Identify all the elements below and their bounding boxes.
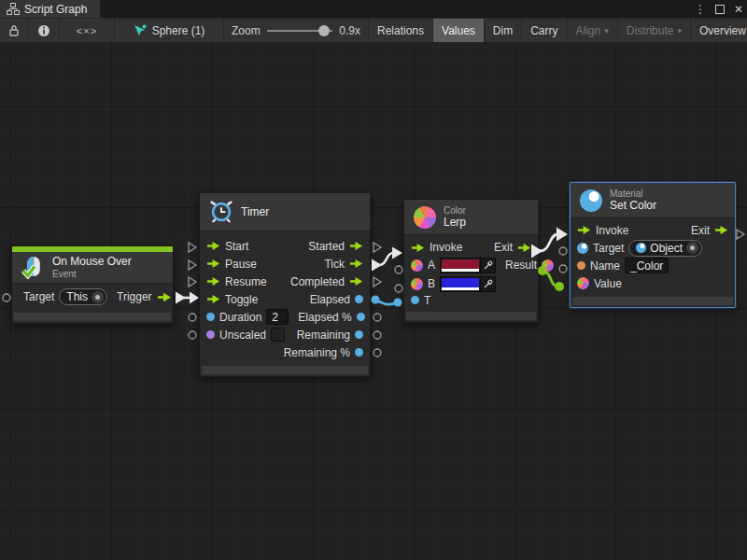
- graph-canvas[interactable]: On Mouse Over Event Target This Trigger: [0, 42, 747, 560]
- lerp-b-row: B: [404, 274, 538, 293]
- node-footer: [14, 313, 171, 321]
- flow-arrow-icon: [206, 241, 220, 251]
- node-on-mouse-over[interactable]: On Mouse Over Event Target This Trigger: [11, 245, 174, 324]
- timer-resume-port[interactable]: [189, 277, 196, 287]
- node-set-color[interactable]: Material Set Color Invoke Exit Target Ob…: [570, 182, 736, 308]
- node-footer: [572, 297, 733, 305]
- name-input[interactable]: _Color: [625, 258, 669, 273]
- color-b-field[interactable]: [440, 276, 496, 292]
- timer-started-port[interactable]: [374, 243, 381, 252]
- node-title: On Mouse Over: [52, 256, 132, 269]
- value-port-icon: [355, 348, 363, 357]
- duration-input[interactable]: 2: [266, 309, 289, 325]
- lock-button[interactable]: [0, 19, 29, 42]
- chevron-down-icon: ▾: [604, 26, 609, 35]
- unscaled-checkbox[interactable]: [271, 328, 285, 342]
- toolbar-buttons: Relations Values Dim Carry Align▾ Distri…: [369, 19, 747, 42]
- zoom-slider[interactable]: [267, 30, 333, 32]
- zoom-slider-handle[interactable]: [318, 25, 330, 36]
- event-target-input-port[interactable]: [3, 294, 10, 301]
- timer-pause-port[interactable]: [189, 260, 196, 270]
- value-port-icon: [355, 330, 363, 339]
- node-timer[interactable]: Timer Start Started Pause Tick Resum: [199, 192, 371, 377]
- flow-arrow-icon: [206, 259, 220, 269]
- node-title: Set Color: [610, 200, 656, 213]
- timer-completed-port[interactable]: [374, 277, 381, 287]
- info-button[interactable]: [29, 19, 60, 42]
- timer-clock-icon: [209, 200, 233, 224]
- code-toggle-label: <×>: [77, 25, 97, 36]
- color-wheel-icon: [414, 206, 436, 229]
- window-menu-button[interactable]: ⋮: [695, 3, 706, 16]
- lerp-a-port[interactable]: [395, 266, 402, 273]
- timer-row-duration: Duration 2 Elapsed %: [200, 308, 370, 326]
- timer-row-pause: Pause Tick: [200, 255, 370, 273]
- node-header: Color Lerp: [404, 200, 538, 235]
- wire-trigger-to-toggle[interactable]: [176, 292, 199, 304]
- target-label: Target: [23, 290, 54, 303]
- maximize-button[interactable]: [715, 5, 725, 14]
- event-target-row: Target This Trigger: [12, 287, 173, 307]
- flow-arrow-icon: [517, 243, 531, 253]
- flow-arrow-icon: [349, 259, 363, 269]
- object-picker-icon[interactable]: [92, 291, 104, 303]
- align-button[interactable]: Align▾: [568, 19, 618, 42]
- trigger-label: Trigger: [117, 290, 152, 303]
- setcolor-target-row: Target Object: [571, 239, 735, 257]
- target-object-pill[interactable]: Object: [628, 240, 702, 257]
- lerp-b-port[interactable]: [395, 285, 402, 292]
- timer-remaining-pct-port[interactable]: [374, 349, 381, 357]
- selection-indicator[interactable]: Sphere (1): [115, 19, 224, 42]
- code-toggle-button[interactable]: <×>: [60, 19, 115, 42]
- target-this-pill[interactable]: This: [59, 288, 107, 305]
- chevron-down-icon: ▾: [677, 26, 682, 35]
- color-port-icon: [577, 277, 589, 289]
- overview-button[interactable]: Overview: [691, 19, 747, 42]
- flow-arrow-icon: [411, 243, 425, 253]
- timer-row-remaining-pct: Remaining %: [200, 343, 370, 361]
- node-header: On Mouse Over Event: [12, 252, 173, 284]
- info-icon: [37, 24, 50, 37]
- color-a-field[interactable]: [440, 258, 496, 273]
- timer-remaining-port[interactable]: [374, 331, 381, 339]
- relations-button[interactable]: Relations: [369, 19, 433, 42]
- graph-pointer-icon: [134, 24, 147, 37]
- distribute-button[interactable]: Distribute▾: [618, 19, 691, 42]
- timer-unscaled-port[interactable]: [189, 331, 196, 339]
- tab-script-graph[interactable]: Script Graph: [0, 0, 100, 18]
- node-category: Material: [610, 189, 656, 200]
- close-button[interactable]: ✕: [734, 3, 743, 16]
- node-subtitle: Event: [52, 269, 132, 280]
- timer-duration-port[interactable]: [189, 314, 196, 321]
- titlebar: Script Graph ⋮ ✕: [0, 0, 747, 18]
- node-category: Color: [444, 205, 466, 217]
- value-port-icon: [355, 295, 363, 303]
- node-title: Timer: [241, 205, 269, 218]
- values-button[interactable]: Values: [433, 19, 485, 42]
- setcolor-value-row: Value: [571, 274, 735, 292]
- node-title: Lerp: [444, 217, 466, 230]
- object-picker-icon[interactable]: [686, 242, 698, 254]
- node-color-lerp[interactable]: Color Lerp Invoke Exit A: [403, 199, 539, 323]
- color-port-icon: [411, 278, 423, 290]
- object-type-icon: [636, 243, 646, 253]
- setcolor-target-port[interactable]: [559, 247, 567, 255]
- setcolor-exit-port[interactable]: [737, 230, 744, 239]
- node-footer: [406, 312, 536, 320]
- flow-arrow-icon: [157, 292, 172, 302]
- eyedropper-icon[interactable]: [480, 277, 495, 291]
- timer-elapsed-pct-port[interactable]: [374, 314, 381, 321]
- flow-arrow-icon: [349, 276, 363, 287]
- eyedropper-icon[interactable]: [480, 259, 495, 273]
- node-footer: [202, 366, 368, 374]
- carry-button[interactable]: Carry: [522, 19, 567, 42]
- lock-icon: [8, 24, 20, 36]
- material-sphere-icon: [580, 189, 602, 212]
- value-port-icon: [411, 296, 419, 304]
- wire-elapsed-to-t[interactable]: [372, 296, 402, 307]
- setcolor-name-port[interactable]: [559, 265, 567, 273]
- zoom-control: Zoom 0.9x: [224, 19, 369, 42]
- dim-button[interactable]: Dim: [485, 19, 522, 42]
- timer-start-port[interactable]: [189, 243, 196, 252]
- lerp-a-row: A Result: [404, 256, 538, 274]
